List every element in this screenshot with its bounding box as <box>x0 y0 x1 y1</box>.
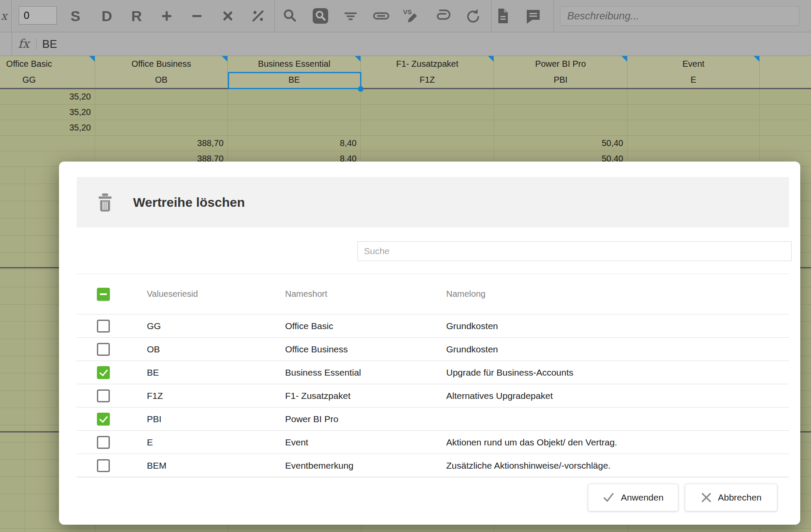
comment-icon <box>525 7 542 25</box>
apply-button[interactable]: Anwenden <box>588 484 678 511</box>
code-cell[interactable]: F1Z <box>361 72 494 88</box>
table-row[interactable]: GG Office Basic Grundkosten <box>77 314 789 338</box>
nameshort-cell: F1- Zusatzpaket <box>285 384 351 407</box>
table-row[interactable]: BEM Eventbemerkung Zusätzliche Aktionshi… <box>77 454 789 477</box>
data-cell[interactable]: 35,20 <box>0 105 95 120</box>
namelong-cell: Aktionen rund um das Objekt/ den Vertrag… <box>446 431 617 454</box>
multiply-button[interactable] <box>219 7 236 25</box>
percent-button[interactable] <box>249 7 267 25</box>
data-cell[interactable] <box>494 105 628 120</box>
code-cell[interactable]: GG <box>0 72 95 88</box>
code-cell[interactable] <box>760 72 811 88</box>
refresh-button[interactable] <box>463 7 481 25</box>
data-cell[interactable] <box>494 120 628 136</box>
value-input[interactable] <box>19 6 57 25</box>
data-cell[interactable]: 388,70 <box>95 136 228 151</box>
column-header[interactable]: Office Business <box>95 56 228 72</box>
table-row[interactable]: BE Business Essential Upgrade für Busine… <box>77 361 789 384</box>
formula-value[interactable]: BE <box>42 32 57 56</box>
select-all-checkbox[interactable] <box>97 288 110 301</box>
add-button[interactable]: + <box>157 0 176 32</box>
data-cell[interactable] <box>361 105 494 120</box>
column-header[interactable]: Office Basic <box>0 56 95 72</box>
column-header-nameshort[interactable]: Nameshort <box>285 274 327 314</box>
data-cell[interactable] <box>95 89 228 105</box>
column-header[interactable] <box>760 56 811 72</box>
table-row[interactable]: F1Z F1- Zusatzpaket Alternatives Upgrade… <box>77 384 789 408</box>
column-header[interactable]: Event <box>628 56 760 72</box>
data-cell[interactable] <box>628 136 760 151</box>
code-cell[interactable]: E <box>628 72 760 88</box>
row-checkbox[interactable] <box>97 343 110 356</box>
document-button[interactable] <box>494 7 512 25</box>
table-row[interactable]: OB Office Business Grundkosten <box>77 338 789 361</box>
column-header[interactable]: Power BI Pro <box>494 56 628 72</box>
check-icon <box>603 492 615 504</box>
row-checkbox[interactable] <box>97 320 110 333</box>
d-button[interactable]: D <box>97 0 116 32</box>
nameshort-cell: Office Basic <box>285 314 333 337</box>
namelong-cell: Grundkosten <box>446 338 498 361</box>
s-button[interactable]: S <box>66 0 85 32</box>
column-header[interactable]: Business Essential <box>228 56 361 72</box>
data-row: 388,70 8,40 50,40 <box>0 136 811 151</box>
data-cell[interactable] <box>760 89 811 105</box>
data-cell[interactable] <box>760 136 811 151</box>
cancel-button[interactable]: Abbrechen <box>685 484 777 511</box>
data-cell[interactable] <box>361 136 494 151</box>
description-input[interactable] <box>560 6 799 26</box>
formula-bar-separator <box>12 32 12 56</box>
filter-button[interactable] <box>342 7 359 25</box>
data-cell[interactable] <box>228 120 361 136</box>
spreadsheet-grid: Office Basic Office Business Business Es… <box>0 56 811 167</box>
row-checkbox[interactable] <box>97 436 110 449</box>
attach-button[interactable] <box>433 7 451 25</box>
column-header-valueseriesid[interactable]: Valueseriesid <box>147 274 198 314</box>
column-header-namelong[interactable]: Namelong <box>446 274 485 314</box>
data-cell[interactable] <box>760 105 811 120</box>
table-row[interactable]: E Event Aktionen rund um das Objekt/ den… <box>77 431 789 454</box>
search-button[interactable] <box>281 7 298 25</box>
fx-icon: fx <box>18 32 29 56</box>
data-cell[interactable] <box>95 105 228 120</box>
r-button[interactable]: R <box>127 0 146 32</box>
data-cell[interactable] <box>361 89 494 105</box>
vs-edit-button[interactable]: VS <box>403 7 420 25</box>
data-cell[interactable] <box>361 120 494 136</box>
comment-marker-icon <box>488 56 494 62</box>
data-cell[interactable]: 35,20 <box>0 89 95 105</box>
valueseriesid-cell: GG <box>147 314 161 337</box>
comment-marker-icon <box>754 56 759 62</box>
data-cell[interactable] <box>628 120 760 136</box>
data-cell[interactable] <box>760 120 811 136</box>
nameshort-cell: Business Essential <box>285 361 361 384</box>
code-cell[interactable]: OB <box>95 72 228 88</box>
data-cell[interactable]: 50,40 <box>494 136 628 151</box>
column-header[interactable]: F1- Zusatzpaket <box>361 56 494 72</box>
data-row: 35,20 <box>0 105 811 120</box>
search-in-box-button[interactable] <box>312 7 329 25</box>
dialog-search-input[interactable] <box>357 241 792 261</box>
data-cell[interactable] <box>0 136 95 151</box>
subtract-button[interactable]: − <box>187 0 206 32</box>
filter-icon <box>342 7 359 25</box>
row-checkbox[interactable] <box>97 413 110 426</box>
code-cell[interactable]: PBI <box>494 72 628 88</box>
data-cell[interactable] <box>95 120 228 136</box>
table-row[interactable]: PBI Power BI Pro <box>77 408 789 431</box>
selection-fill-handle[interactable] <box>358 86 364 92</box>
data-cell[interactable] <box>228 105 361 120</box>
row-checkbox[interactable] <box>97 459 110 472</box>
data-cell[interactable]: 8,40 <box>228 136 361 151</box>
link-button[interactable] <box>373 7 390 25</box>
comment-marker-icon <box>621 56 627 62</box>
data-cell[interactable] <box>494 89 628 105</box>
row-checkbox[interactable] <box>97 366 110 379</box>
data-cell[interactable] <box>628 89 760 105</box>
nameshort-cell: Power BI Pro <box>285 408 339 430</box>
data-cell[interactable] <box>228 89 361 105</box>
comment-button[interactable] <box>525 7 542 25</box>
row-checkbox[interactable] <box>97 389 110 402</box>
data-cell[interactable]: 35,20 <box>0 120 95 136</box>
data-cell[interactable] <box>628 105 760 120</box>
